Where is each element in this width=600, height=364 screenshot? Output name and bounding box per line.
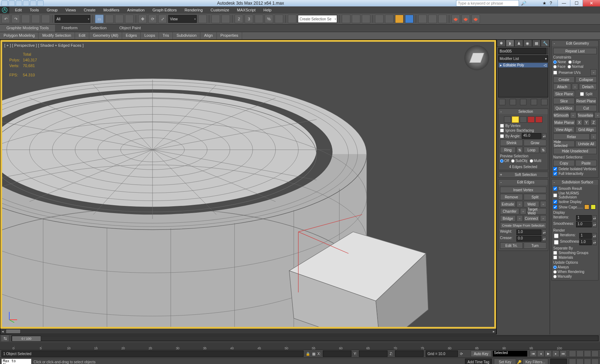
update-always-radio[interactable] xyxy=(553,266,557,269)
edit-named-sel-icon[interactable] xyxy=(288,15,296,23)
sep-materials-checkbox[interactable] xyxy=(553,256,557,259)
weld-button[interactable]: Weld xyxy=(524,201,539,207)
star-icon[interactable]: ★ xyxy=(542,1,548,6)
spinner-snap-icon[interactable] xyxy=(275,15,283,23)
material-editor-icon[interactable] xyxy=(405,15,414,23)
angle-snap-icon[interactable] xyxy=(255,15,263,23)
ribbon-panel-polygon-modeling[interactable]: Polygon Modeling xyxy=(0,32,39,39)
fov-icon[interactable] xyxy=(569,359,576,364)
z-coord-input[interactable] xyxy=(395,350,424,357)
object-name-input[interactable] xyxy=(498,48,546,54)
link-icon[interactable] xyxy=(21,15,30,23)
menu-tools[interactable]: Tools xyxy=(26,7,42,13)
by-vertex-checkbox[interactable] xyxy=(500,124,504,128)
use-center-icon[interactable] xyxy=(198,15,207,23)
viewcube[interactable] xyxy=(464,45,489,70)
qat-new-icon[interactable] xyxy=(1,0,8,6)
preview-subobj-radio[interactable] xyxy=(511,159,515,163)
tessellate-button[interactable]: Tessellate xyxy=(577,112,594,118)
unhide-all-button[interactable]: Unhide All xyxy=(575,141,597,147)
quickslice-button[interactable]: QuickSlice xyxy=(553,105,575,111)
isolate-icon[interactable]: ▦ xyxy=(312,352,315,356)
minimize-button[interactable]: — xyxy=(558,0,570,6)
select-by-name-icon[interactable] xyxy=(105,15,114,23)
ribbon-panel-modify-selection[interactable]: Modify Selection xyxy=(39,32,75,39)
constraint-edge-radio[interactable] xyxy=(568,60,572,64)
app-menu-icon[interactable] xyxy=(0,6,9,14)
maximize-button[interactable]: ☐ xyxy=(570,0,582,6)
zoom-all-icon[interactable] xyxy=(576,350,584,357)
planar-z-button[interactable]: Z xyxy=(590,119,597,126)
by-angle-spinner[interactable]: 45.0 xyxy=(522,133,541,139)
detach-button[interactable]: Detach xyxy=(579,84,597,90)
ribbon-tab-object-paint[interactable]: Object Paint xyxy=(113,25,147,32)
edge-subobj-icon[interactable] xyxy=(512,116,519,123)
repeat-last-button[interactable]: Repeat Last xyxy=(553,48,597,54)
delete-isolated-checkbox[interactable] xyxy=(553,167,557,171)
remove-button[interactable]: Remove xyxy=(500,194,523,200)
teapot-iterate-icon[interactable]: 🫖 xyxy=(461,15,470,23)
rotate-icon[interactable]: ⟳ xyxy=(148,15,157,23)
render-production-icon[interactable] xyxy=(438,15,447,23)
attach-button[interactable]: Attach xyxy=(553,84,571,90)
pan-icon[interactable] xyxy=(576,359,584,364)
time-slider-track[interactable]: 0 / 100 xyxy=(11,335,599,341)
layers-icon[interactable] xyxy=(362,15,370,23)
snap-3d-icon[interactable]: 3 xyxy=(245,15,253,23)
full-interactivity-checkbox[interactable] xyxy=(553,172,557,176)
key-filters-icon[interactable]: 🔑 xyxy=(517,360,521,364)
ribbon-panel-properties[interactable]: Properties xyxy=(217,32,242,39)
exchange-icon[interactable] xyxy=(535,1,541,6)
qat-undo-icon[interactable] xyxy=(23,0,29,6)
show-cage-checkbox[interactable] xyxy=(553,205,557,209)
qat-redo-icon[interactable] xyxy=(30,0,36,6)
ribbon-panel-align[interactable]: Align xyxy=(200,32,216,39)
make-planar-button[interactable]: Make Planar xyxy=(553,119,575,126)
window-crossing-icon[interactable] xyxy=(125,15,134,23)
key-icon[interactable] xyxy=(528,1,534,6)
teapot-active-icon[interactable]: 🫖 xyxy=(471,15,480,23)
slice-plane-button[interactable]: Slice Plane xyxy=(553,91,575,97)
vertex-subobj-icon[interactable] xyxy=(504,116,511,123)
lock-selection-icon[interactable]: 🔒 xyxy=(306,352,310,356)
close-button[interactable]: ✕ xyxy=(582,0,600,6)
mirror-icon[interactable] xyxy=(342,15,350,23)
hide-selected-button[interactable]: Hide Selected xyxy=(553,141,575,147)
perspective-viewport[interactable]: [ + ] [ Perspective ] [ Shaded + Edged F… xyxy=(0,40,496,329)
planar-x-button[interactable]: X xyxy=(576,119,582,126)
key-filters-button[interactable]: Key Filters... xyxy=(522,359,548,364)
loop-button[interactable]: Loop xyxy=(524,147,539,153)
smooth-result-checkbox[interactable] xyxy=(553,187,557,191)
percent-snap-icon[interactable]: % xyxy=(265,15,273,23)
named-selection-dropdown[interactable]: Create Selection Se xyxy=(298,15,337,23)
ribbon-panel-edges[interactable]: Edges xyxy=(122,32,141,39)
maximize-viewport-icon[interactable] xyxy=(591,359,599,364)
time-slider-handle[interactable]: 0 / 100 xyxy=(12,336,41,342)
ribbon-tab-selection[interactable]: Selection xyxy=(84,25,113,32)
viewport-scrollbar[interactable]: ◂▸ xyxy=(0,329,496,334)
pin-stack-icon[interactable] xyxy=(499,99,505,105)
by-angle-checkbox[interactable] xyxy=(500,134,504,138)
planar-y-button[interactable]: Y xyxy=(583,119,590,126)
update-when-rendering-radio[interactable] xyxy=(553,270,557,274)
use-nurms-checkbox[interactable] xyxy=(553,193,557,197)
cut-button[interactable]: Cut xyxy=(575,105,597,111)
viewport-label[interactable]: [ + ] [ Perspective ] [ Shaded + Edged F… xyxy=(4,43,84,47)
key-mode-dropdown[interactable]: Selected xyxy=(492,350,528,357)
curve-editor-icon[interactable] xyxy=(385,15,394,23)
zoom-icon[interactable] xyxy=(569,350,576,357)
make-unique-icon[interactable] xyxy=(520,99,526,105)
motion-tab-icon[interactable]: ◉ xyxy=(523,40,532,47)
polygon-subobj-icon[interactable] xyxy=(528,116,535,123)
graphite-icon[interactable] xyxy=(375,15,384,23)
ribbon-panel-loops[interactable]: Loops xyxy=(141,32,159,39)
help-icon[interactable]: ? xyxy=(550,1,555,6)
show-end-result-icon[interactable] xyxy=(510,99,516,105)
menu-animation[interactable]: Animation xyxy=(124,7,148,13)
ref-coord-dropdown[interactable]: View xyxy=(168,15,197,23)
schematic-view-icon[interactable] xyxy=(395,15,404,23)
shrink-button[interactable]: Shrink xyxy=(500,140,523,146)
teapot-render-icon[interactable]: 🫖 xyxy=(451,15,460,23)
menu-help[interactable]: Help xyxy=(260,7,275,13)
stack-item-editable-poly[interactable]: ▸ Editable Poly◁ xyxy=(499,63,548,67)
